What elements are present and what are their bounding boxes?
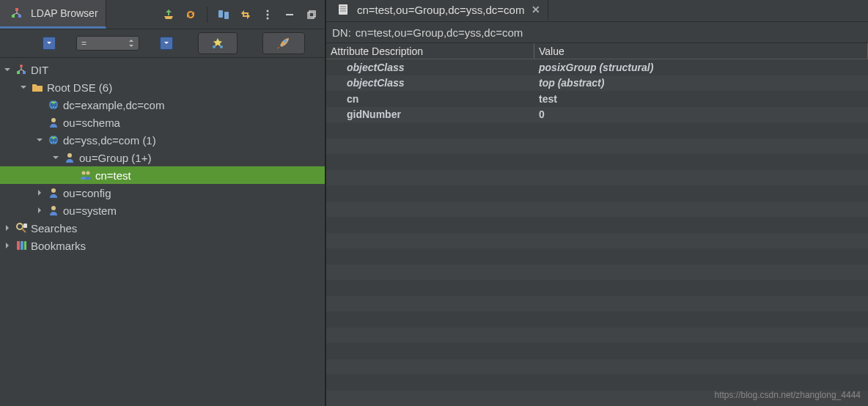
- entry-tab[interactable]: cn=test,ou=Group,dc=yss,dc=com ✕: [326, 0, 548, 21]
- value-cell: 0: [534, 107, 868, 123]
- svg-point-17: [20, 64, 23, 67]
- ldap-tab-title: LDAP Browser: [31, 7, 98, 19]
- tree-item-cn-test[interactable]: cn=test: [0, 166, 325, 184]
- table-row-empty: [326, 202, 868, 218]
- attr-cell: gidNumber: [326, 107, 534, 123]
- svg-rect-33: [23, 224, 27, 228]
- restore-icon[interactable]: [303, 6, 320, 23]
- svg-line-32: [22, 229, 26, 232]
- expand-arrow-icon[interactable]: [3, 224, 12, 232]
- upload-icon[interactable]: [160, 6, 177, 23]
- svg-point-27: [82, 171, 86, 175]
- dit-icon: [15, 63, 28, 76]
- svg-line-5: [17, 13, 20, 15]
- rocket-button[interactable]: [262, 32, 305, 54]
- attribute-grid: Attribute Description Value objectClassp…: [326, 43, 868, 406]
- grid-header[interactable]: Attribute Description Value: [326, 43, 868, 59]
- doc-icon: [336, 3, 350, 16]
- ldap-browser-tab[interactable]: LDAP Browser: [0, 0, 106, 29]
- tree-item-ou-system[interactable]: ou=system: [0, 202, 325, 219]
- sync-icon[interactable]: [237, 6, 254, 23]
- table-row-empty: [326, 296, 868, 312]
- col-value[interactable]: Value: [534, 43, 868, 59]
- tree-label: Bookmarks: [31, 240, 86, 252]
- table-row[interactable]: gidNumber0: [326, 107, 868, 123]
- tree-item-dc-yss[interactable]: dc=yss,dc=com (1): [0, 131, 325, 149]
- table-row-empty: [326, 280, 868, 296]
- expand-arrow-icon[interactable]: [3, 242, 12, 249]
- col-attribute[interactable]: Attribute Description: [326, 43, 534, 59]
- tree-item-ou-config[interactable]: ou=config: [0, 184, 325, 202]
- tree-item-searches[interactable]: Searches: [0, 219, 325, 237]
- right-tabbar: cn=test,ou=Group,dc=yss,dc=com ✕: [326, 0, 868, 22]
- person-icon: [47, 116, 60, 129]
- svg-rect-34: [17, 241, 20, 250]
- expand-arrow-icon[interactable]: [3, 66, 12, 73]
- globe-icon: [47, 98, 60, 111]
- tree-label: DIT: [31, 64, 48, 76]
- search-icon: [15, 221, 28, 235]
- svg-rect-13: [309, 11, 315, 17]
- table-row[interactable]: objectClassposixGroup (structural): [326, 59, 868, 75]
- svg-line-21: [18, 70, 21, 71]
- tree-item-dc-example[interactable]: dc=example,dc=com: [0, 96, 325, 114]
- attr-cell: objectClass: [326, 59, 534, 75]
- table-row-empty: [326, 122, 868, 139]
- table-row-empty: [326, 154, 868, 170]
- left-tabbar: LDAP Browser: [0, 0, 325, 29]
- globe-icon: [47, 133, 60, 147]
- svg-point-15: [220, 45, 223, 48]
- bookmark-icon: [15, 239, 28, 252]
- close-icon[interactable]: ✕: [532, 4, 540, 15]
- tree-label: Searches: [31, 222, 77, 235]
- svg-point-9: [267, 13, 269, 15]
- dn-label: DN:: [332, 26, 351, 39]
- svg-point-31: [17, 224, 23, 229]
- grid-body[interactable]: objectClassposixGroup (structural)object…: [326, 59, 868, 406]
- filter-combo-2[interactable]: [160, 37, 173, 50]
- table-row-empty: [326, 248, 868, 265]
- expand-arrow-icon[interactable]: [35, 207, 44, 214]
- right-panel: cn=test,ou=Group,dc=yss,dc=com ✕ DN: cn=…: [325, 0, 868, 406]
- link-icon[interactable]: [215, 6, 232, 23]
- table-row[interactable]: objectClasstop (abstract): [326, 75, 868, 92]
- tree-item-ou-group[interactable]: ou=Group (1+): [0, 149, 325, 166]
- watermark: https://blog.csdn.net/zhanglong_4444: [715, 390, 861, 400]
- expand-arrow-icon[interactable]: [35, 136, 44, 144]
- expand-arrow-icon[interactable]: [51, 154, 60, 161]
- svg-point-16: [284, 40, 287, 43]
- tree-item-ou-schema[interactable]: ou=schema: [0, 114, 325, 131]
- attr-cell: cn: [326, 91, 534, 107]
- minimize-icon[interactable]: [281, 6, 298, 23]
- expand-arrow-icon[interactable]: [35, 189, 44, 196]
- svg-point-24: [51, 118, 56, 122]
- svg-line-4: [13, 13, 17, 15]
- tree-item-dit-root[interactable]: DIT: [0, 61, 325, 78]
- table-row-empty: [326, 343, 868, 359]
- filter-operator[interactable]: =: [76, 36, 139, 51]
- table-row[interactable]: cntest: [326, 91, 868, 107]
- filter-combo-1[interactable]: [43, 37, 56, 50]
- more-icon[interactable]: [259, 6, 276, 23]
- person-icon: [63, 151, 76, 164]
- ldap-tree[interactable]: DITRoot DSE (6)dc=example,dc=comou=schem…: [0, 57, 325, 406]
- entry-tab-title: cn=test,ou=Group,dc=yss,dc=com: [357, 4, 524, 16]
- tree-label: cn=test: [95, 169, 131, 182]
- person-icon: [47, 186, 60, 199]
- attr-cell: objectClass: [326, 75, 534, 92]
- refresh-icon[interactable]: [182, 6, 199, 23]
- person-icon: [47, 204, 60, 217]
- svg-rect-36: [24, 241, 26, 250]
- tree-item-bookmarks[interactable]: Bookmarks: [0, 237, 325, 254]
- table-row-empty: [326, 374, 868, 391]
- expand-arrow-icon[interactable]: [19, 84, 28, 91]
- table-row-empty: [326, 265, 868, 281]
- star-action-button[interactable]: [198, 32, 238, 54]
- tree-item-root-dse[interactable]: Root DSE (6): [0, 78, 325, 96]
- svg-rect-6: [218, 10, 223, 18]
- svg-point-14: [213, 45, 216, 48]
- tree-icon: [10, 7, 23, 20]
- tree-label: Root DSE (6): [47, 81, 112, 94]
- people-icon: [79, 169, 92, 182]
- left-panel: LDAP Browser = DI: [0, 0, 325, 406]
